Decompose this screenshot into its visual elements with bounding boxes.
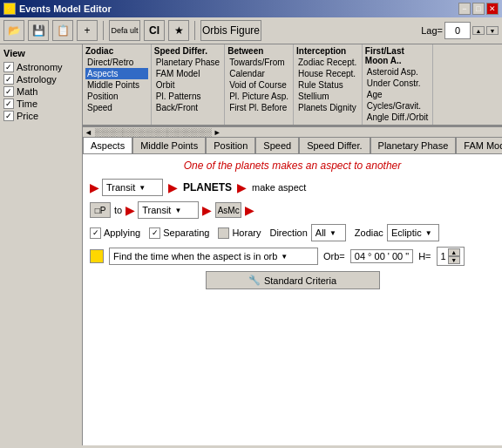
tab-aspects[interactable]: Aspects: [83, 137, 132, 154]
standard-criteria-button[interactable]: 🔧 Standard Criteria: [206, 271, 380, 289]
menu-item[interactable]: Speed: [85, 102, 148, 113]
find-time-label: Find the time when the aspect is in orb: [113, 251, 277, 261]
menu-item[interactable]: Under Constr.: [365, 78, 430, 89]
menu-item[interactable]: Rule Status: [296, 79, 359, 91]
h-down[interactable]: ▼: [448, 256, 460, 264]
ci-button[interactable]: CI: [144, 20, 165, 41]
add-button[interactable]: +: [77, 20, 98, 41]
copy-button[interactable]: 📋: [52, 20, 73, 41]
asmc-btn[interactable]: AsMc: [215, 202, 241, 218]
view-item-astronomy: ✓Astronomy: [3, 62, 78, 72]
h-value-text: 1: [441, 251, 446, 261]
find-time-dropdown[interactable]: Find the time when the aspect is in orb …: [109, 248, 318, 265]
view-checkbox[interactable]: ✓: [3, 111, 14, 121]
aspect-transit-dropdown[interactable]: Transit ▼: [138, 201, 199, 219]
transit-arrow-icon: ▶: [90, 180, 99, 194]
lag-up[interactable]: ▲: [472, 26, 485, 35]
default-button[interactable]: Defa ult: [109, 20, 140, 41]
direction-label: Direction: [269, 227, 307, 238]
tabs-row: AspectsMiddle PointsPositionSpeedSpeed D…: [83, 137, 502, 154]
menu-item[interactable]: Planetary Phase: [154, 57, 221, 68]
h-spinner: ▲ ▼: [448, 248, 460, 264]
menu-item[interactable]: Towards/From: [227, 57, 290, 68]
menu-grid: ZodiacDirect/RetroAspectsMiddle PointsPo…: [83, 44, 502, 126]
content-area: One of the planets makes an aspect to an…: [83, 154, 502, 445]
menu-item[interactable]: Age: [365, 89, 430, 100]
orb-indicator: [90, 249, 104, 263]
options-row: ✓ Applying ✓ Separating Horary Direction…: [90, 224, 495, 241]
menu-item[interactable]: Orbit: [154, 79, 221, 91]
lag-label: Lag=: [421, 25, 443, 36]
h-up[interactable]: ▲: [448, 248, 460, 256]
horary-checkbox[interactable]: [218, 227, 229, 239]
orbis-figure-button[interactable]: Orbis Figure: [200, 20, 261, 41]
tab-fam-model[interactable]: FAM Model: [456, 137, 502, 153]
menu-item[interactable]: Direct/Retro: [85, 57, 148, 68]
lag-input[interactable]: [444, 22, 471, 39]
horary-item: Horary: [218, 227, 261, 239]
menu-item[interactable]: Aspects: [85, 68, 148, 79]
menu-item[interactable]: Planets Dignity: [296, 102, 359, 113]
view-item-label: Price: [17, 111, 38, 121]
direction-value: All: [315, 227, 326, 238]
menu-item[interactable]: Void of Course: [227, 79, 290, 91]
close-button[interactable]: ✕: [486, 3, 499, 15]
maximize-button[interactable]: □: [472, 3, 485, 15]
menu-item[interactable]: Back/Front: [154, 102, 221, 113]
zodiac-dropdown-arrow: ▼: [425, 229, 432, 237]
open-button[interactable]: 📂: [3, 20, 24, 41]
tab-middle-points[interactable]: Middle Points: [132, 137, 206, 153]
menu-item[interactable]: Zodiac Recept.: [296, 57, 359, 68]
separating-checkbox[interactable]: ✓: [149, 227, 160, 239]
direction-dropdown-arrow: ▼: [329, 229, 336, 237]
planets-label: PLANETS: [183, 181, 232, 193]
tab-speed-differ.[interactable]: Speed Differ.: [299, 137, 370, 153]
view-items: ✓Astronomy✓Astrology✓Math✓Time✓Price: [3, 62, 78, 121]
transit-dropdown[interactable]: Transit ▼: [102, 179, 163, 196]
view-checkbox[interactable]: ✓: [3, 62, 14, 72]
menu-item[interactable]: First Pl. Before: [227, 102, 290, 113]
main-toolbar: 📂 💾 📋 + Defa ult CI ★ Orbis Figure Lag= …: [0, 17, 502, 44]
applying-checkbox[interactable]: ✓: [90, 227, 101, 239]
view-checkbox[interactable]: ✓: [3, 74, 14, 85]
save-button[interactable]: 💾: [28, 20, 49, 41]
view-checkbox[interactable]: ✓: [3, 86, 14, 97]
menu-item[interactable]: Stellium: [296, 91, 359, 102]
menu-item[interactable]: Middle Points: [85, 79, 148, 91]
view-item-price: ✓Price: [3, 111, 78, 121]
planets-arrow-icon: ▶: [237, 180, 247, 194]
menu-item[interactable]: Calendar: [227, 68, 290, 79]
aspect-left-btn[interactable]: □P: [90, 202, 111, 218]
zodiac-dropdown[interactable]: Ecliptic ▼: [387, 224, 439, 241]
view-item-label: Astrology: [17, 74, 57, 85]
menu-item[interactable]: Asteroid Asp.: [365, 66, 430, 78]
star-button[interactable]: ★: [168, 20, 189, 41]
planets-row: ▶ Transit ▼ ▶ PLANETS ▶ make aspect: [90, 179, 495, 196]
menu-item[interactable]: House Recept.: [296, 68, 359, 79]
menu-item[interactable]: Pl. Patterns: [154, 91, 221, 102]
orb-row: Find the time when the aspect is in orb …: [90, 247, 495, 266]
title-text: Events Model Editor: [19, 3, 112, 14]
separator-2: [194, 21, 195, 40]
horizontal-scrollbar[interactable]: ◄ ░░░░░░░░░░░░░░░░░░░░░ ►: [83, 126, 502, 137]
menu-col-header: First/Last Moon A..: [365, 46, 430, 65]
subtitle-text: One of the planets makes an aspect to an…: [90, 160, 495, 172]
direction-dropdown[interactable]: All ▼: [311, 224, 346, 241]
tab-planetary-phase[interactable]: Planetary Phase: [370, 137, 457, 153]
lag-down[interactable]: ▼: [486, 26, 499, 35]
menu-item[interactable]: Position: [85, 91, 148, 102]
minimize-button[interactable]: −: [458, 3, 471, 15]
transit-dropdown-arrow: ▼: [139, 184, 146, 192]
lag-group: Lag= ▲ ▼: [421, 22, 499, 39]
view-header: View: [3, 48, 78, 58]
orb-label: Orb=: [323, 251, 345, 261]
menu-col-first/last-moon-a..: First/Last Moon A..Asteroid Asp.Under Co…: [363, 44, 433, 125]
view-checkbox[interactable]: ✓: [3, 98, 14, 109]
menu-item[interactable]: Pl. Picture Asp.: [227, 91, 290, 102]
menu-item[interactable]: FAM Model: [154, 68, 221, 79]
h-label: H=: [418, 251, 431, 261]
menu-item[interactable]: Cycles/Gravit.: [365, 100, 430, 112]
tab-position[interactable]: Position: [206, 137, 255, 153]
menu-item[interactable]: Angle Diff./Orbit: [365, 112, 430, 123]
tab-speed[interactable]: Speed: [255, 137, 299, 153]
